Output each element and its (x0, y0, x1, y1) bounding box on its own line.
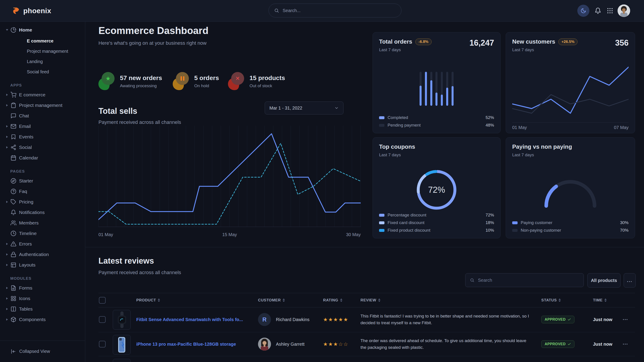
product-thumbnail[interactable] (113, 310, 131, 330)
reviews-more-button[interactable]: ... (624, 273, 636, 288)
sidebar-item-errors[interactable]: Errors (0, 239, 85, 249)
chevron-down-icon (334, 106, 339, 110)
column-review[interactable]: REVIEW (360, 293, 380, 307)
notifications-button[interactable] (594, 6, 602, 15)
column-rating[interactable]: RATING (323, 293, 342, 307)
package-icon (10, 317, 16, 323)
review-text: The order was delivered ahead of schedul… (360, 337, 533, 351)
stat-value: 5 orders (194, 74, 219, 82)
chevron-down-icon (6, 29, 8, 31)
reviews-table-header: PRODUCT CUSTOMER RATING REVIEW STATUS TI… (98, 293, 635, 308)
sidebar-item-landing[interactable]: Landing (0, 56, 85, 67)
sidebar-item-project-management-home[interactable]: Project management (0, 46, 85, 56)
star-filled-icon: ★ (323, 341, 328, 347)
row-checkbox[interactable] (99, 316, 106, 323)
ecommerce-dashboard-screen: phoenix (0, 0, 644, 362)
sidebar-item-timeline[interactable]: Timeline (0, 228, 85, 239)
column-time[interactable]: TIME (593, 293, 607, 307)
reviews-title: Latest reviews (98, 256, 154, 266)
sidebar-item-icons[interactable]: Icons (0, 293, 85, 304)
column-customer[interactable]: CUSTOMER (258, 293, 285, 307)
sidebar-group-home[interactable]: Home (0, 24, 85, 36)
select-all-checkbox[interactable] (99, 297, 106, 304)
sidebar-section-apps: APPS (10, 83, 85, 88)
sidebar-item-starter[interactable]: Starter (0, 176, 85, 186)
sidebar-item-authentication[interactable]: Authentication (0, 249, 85, 260)
table-row: Fitbit Sense Advanced Smartwatch with To… (98, 307, 635, 332)
sidebar-item-ecommerce-home[interactable]: E commerce (0, 36, 85, 46)
brand-logo[interactable]: phoenix (11, 0, 51, 21)
pie-chart-icon (10, 27, 16, 33)
product-thumbnail[interactable] (113, 335, 131, 355)
column-product[interactable]: PRODUCT (136, 293, 160, 307)
table-row: iPhone 13 pro max-Pacific Blue-128GB sto… (98, 332, 635, 356)
star-filled-icon: ★ (328, 341, 334, 347)
avatar-image (258, 338, 271, 351)
smartwatch-image (113, 310, 130, 329)
sidebar-item-ecommerce-app[interactable]: E commerce (0, 89, 85, 100)
collapse-sidebar-button[interactable]: Collapsed View (0, 341, 85, 362)
sort-icon (282, 299, 285, 302)
row-checkbox[interactable] (99, 341, 106, 348)
sidebar-item-social[interactable]: Social (0, 142, 85, 152)
theme-toggle-button[interactable] (577, 5, 590, 17)
coupons-donut-chart: 72% (415, 168, 458, 212)
product-link[interactable]: Fitbit Sense Advanced Smartwatch with To… (136, 317, 243, 322)
sort-icon (340, 299, 342, 302)
sidebar-item-faq[interactable]: Faq (0, 186, 85, 197)
new-orders-icon (98, 72, 114, 91)
card-value: 16,247 (470, 38, 494, 48)
reviews-search[interactable] (465, 273, 584, 287)
avatar-image (618, 4, 630, 17)
product-thumbnail[interactable] (113, 359, 131, 362)
sidebar-item-pricing[interactable]: Pricing (0, 197, 85, 207)
product-link[interactable]: iPhone 13 pro max-Pacific Blue-128GB sto… (136, 342, 236, 347)
sort-icon (604, 299, 607, 302)
reviews-search-input[interactable] (478, 278, 579, 283)
customer-avatar[interactable] (258, 338, 271, 351)
card-title: Paying vs non paying (512, 143, 572, 150)
stat-value: 15 products (250, 74, 285, 82)
all-products-button[interactable]: All products (588, 273, 620, 288)
sidebar-item-project-management-app[interactable]: Project management (0, 100, 85, 110)
alert-triangle-icon (10, 241, 16, 247)
sidebar-item-components[interactable]: Components (0, 314, 85, 325)
bookmark-icon (10, 134, 16, 140)
user-avatar[interactable] (618, 4, 630, 17)
sidebar-item-email[interactable]: Email (0, 121, 85, 131)
help-circle-icon (10, 188, 16, 194)
sidebar-item-members[interactable]: Members (0, 218, 85, 228)
row-menu-button[interactable] (622, 319, 628, 321)
global-search-input[interactable] (282, 8, 396, 13)
columns-icon (10, 306, 16, 312)
on-hold-icon (173, 72, 189, 91)
stat-caption: On hold (194, 83, 219, 88)
sidebar-item-forms[interactable]: Forms (0, 283, 85, 293)
paying-vs-nonpaying-card: Paying vs non paying Last 7 days Paying … (506, 137, 635, 238)
sidebar-item-notifications[interactable]: Notifications (0, 207, 85, 218)
sidebar-item-events[interactable]: Events (0, 131, 85, 142)
mail-icon (10, 123, 16, 129)
row-menu-button[interactable] (622, 343, 628, 345)
layout-icon (10, 262, 16, 268)
legend-swatch (379, 221, 384, 224)
sidebar-item-social-feed[interactable]: Social feed (0, 67, 85, 77)
sidebar-item-layouts[interactable]: Layouts (0, 260, 85, 270)
sidebar-item-tables[interactable]: Tables (0, 304, 85, 314)
check-icon (568, 342, 571, 346)
sidebar-item-calendar[interactable]: Calendar (0, 152, 85, 163)
star-empty-icon: ☆ (338, 341, 344, 347)
stat-caption: Awating processing (120, 83, 162, 88)
global-search[interactable] (268, 3, 402, 17)
stat-orders-on-hold: 5 orders On hold (173, 72, 219, 91)
file-text-icon (10, 285, 16, 291)
card-period: Last 7 days (512, 47, 578, 52)
brand-name: phoenix (23, 7, 51, 15)
date-range-select[interactable]: Mar 1 - 31, 2022 (265, 101, 344, 114)
customer-avatar[interactable]: R (258, 313, 271, 326)
status-badge: APPROVED (541, 340, 574, 348)
total-sells-title: Total sells (98, 106, 137, 116)
apps-menu-button[interactable] (606, 6, 614, 15)
column-status[interactable]: STATUS (541, 293, 561, 307)
sidebar-item-chat[interactable]: Chat (0, 110, 85, 121)
